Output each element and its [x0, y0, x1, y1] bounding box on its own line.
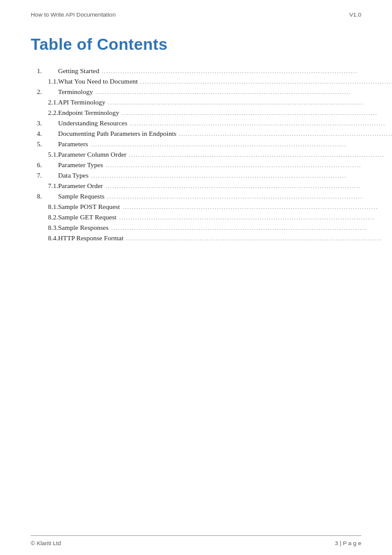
toc-num: 7.: [31, 170, 58, 180]
toc-dots: ........................................…: [138, 77, 392, 85]
toc-entry: Sample POST Request.....................…: [58, 201, 393, 211]
toc-num: 3.: [31, 117, 58, 128]
toc-label: Sample Responses: [58, 224, 109, 231]
toc-dots: ........................................…: [119, 109, 392, 116]
toc-row: 2.1.API Terminology.....................…: [31, 96, 392, 107]
header-left: How to Write API Documentation: [31, 11, 116, 18]
toc-entry: Parameter Order.........................…: [58, 180, 393, 191]
toc-dots: ........................................…: [120, 203, 392, 210]
toc-row: 8.3.Sample Responses....................…: [31, 222, 392, 232]
toc-entry: Sample GET Request......................…: [58, 211, 393, 222]
toc-entry: Sample Responses........................…: [58, 222, 393, 232]
toc-label: Getting Started: [58, 67, 100, 74]
toc-label: Data Types: [58, 171, 88, 179]
toc-row: 6.Parameter Types.......................…: [31, 159, 392, 170]
toc-num: 4.: [31, 128, 58, 138]
toc-dots: ........................................…: [105, 98, 392, 106]
toc-dots: ........................................…: [109, 224, 392, 231]
toc-entry: Endpoint Terminology....................…: [58, 107, 393, 117]
toc-dots: ........................................…: [127, 119, 392, 127]
toc-num: 8.: [31, 191, 58, 201]
header-right: V1.0: [349, 11, 361, 18]
toc-entry: Terminology.............................…: [58, 86, 393, 96]
toc-num: 2.2.: [31, 107, 58, 117]
toc-label: Terminology: [58, 88, 93, 95]
toc-dots: ........................................…: [99, 67, 392, 74]
toc-dots: ........................................…: [93, 88, 392, 95]
toc-num: 2.1.: [31, 96, 58, 107]
toc-label: Understanding Resources: [58, 119, 128, 127]
toc-row: 1.1.What You Need to Document...........…: [31, 76, 392, 86]
footer-page-number: 3 | P a g e: [335, 540, 361, 546]
toc-dots: ........................................…: [127, 151, 392, 158]
toc-num: 7.1.: [31, 180, 58, 191]
toc-entry: Parameter Types.........................…: [58, 159, 393, 170]
toc-dots: ........................................…: [176, 130, 392, 137]
toc-entry: API Terminology.........................…: [58, 96, 393, 107]
toc-entry: Understanding Resources.................…: [58, 117, 393, 128]
toc-label: Sample POST Request: [58, 203, 120, 210]
toc-entry: What You Need to Document...............…: [58, 76, 393, 86]
toc-entry: Documenting Path Parameters in Endpoints…: [58, 128, 393, 138]
toc-dots: ........................................…: [103, 182, 393, 189]
toc-row: 1.Getting Started.......................…: [31, 65, 392, 76]
toc-entry: Parameter Column Order..................…: [58, 149, 393, 159]
toc-table: 1.Getting Started.......................…: [31, 65, 392, 243]
toc-label: Endpoint Terminology: [58, 109, 120, 116]
toc-dots: ........................................…: [117, 213, 392, 221]
toc-dots: ........................................…: [103, 161, 392, 168]
toc-row: 4.Documenting Path Parameters in Endpoin…: [31, 128, 392, 138]
toc-label: What You Need to Document: [58, 77, 138, 85]
toc-row: 8.2.Sample GET Request..................…: [31, 211, 392, 222]
toc-title: Table of Contents: [31, 35, 361, 54]
toc-label: Parameters: [58, 140, 88, 148]
toc-num: 8.3.: [31, 222, 58, 232]
toc-num: 8.4.: [31, 232, 58, 243]
toc-row: 8.4.HTTP Response Format................…: [31, 232, 392, 243]
toc-dots: ........................................…: [88, 140, 392, 148]
toc-dots: ........................................…: [88, 171, 392, 179]
toc-dots: ........................................…: [123, 234, 392, 242]
toc-label: Parameter Column Order: [58, 151, 127, 158]
toc-row: 2.2.Endpoint Terminology................…: [31, 107, 392, 117]
toc-label: Parameter Types: [58, 161, 103, 168]
toc-num: 1.: [31, 65, 58, 76]
toc-row: 5.Parameters............................…: [31, 138, 392, 149]
page-footer: © Klariti Ltd 3 | P a g e: [0, 530, 392, 555]
toc-num: 1.1.: [31, 76, 58, 86]
toc-num: 8.2.: [31, 211, 58, 222]
toc-label: Sample GET Request: [58, 213, 117, 221]
page-header: How to Write API Documentation V1.0: [0, 0, 392, 23]
toc-row: 5.1.Parameter Column Order..............…: [31, 149, 392, 159]
toc-num: 8.1.: [31, 201, 58, 211]
toc-dots: ........................................…: [104, 192, 392, 200]
toc-entry: Getting Started.........................…: [58, 65, 393, 76]
toc-label: Sample Requests: [58, 192, 104, 200]
footer-divider: [31, 535, 361, 536]
toc-label: Parameter Order: [58, 182, 103, 189]
toc-num: 2.: [31, 86, 58, 96]
toc-num: 5.: [31, 138, 58, 149]
main-content: Table of Contents 1.Getting Started.....…: [0, 23, 392, 280]
footer-inner: © Klariti Ltd 3 | P a g e: [31, 540, 361, 546]
footer-copyright: © Klariti Ltd: [31, 540, 61, 546]
toc-row: 7.Data Types............................…: [31, 170, 392, 180]
toc-row: 3.Understanding Resources...............…: [31, 117, 392, 128]
toc-row: 2.Terminology...........................…: [31, 86, 392, 96]
toc-entry: Sample Requests.........................…: [58, 191, 393, 201]
toc-entry: HTTP Response Format....................…: [58, 232, 393, 243]
toc-label: Documenting Path Parameters in Endpoints: [58, 130, 176, 137]
toc-row: 8.Sample Requests.......................…: [31, 191, 392, 201]
toc-entry: Parameters..............................…: [58, 138, 393, 149]
toc-label: HTTP Response Format: [58, 234, 124, 242]
toc-row: 8.1.Sample POST Request.................…: [31, 201, 392, 211]
toc-row: 7.1.Parameter Order.....................…: [31, 180, 392, 191]
toc-num: 6.: [31, 159, 58, 170]
toc-entry: Data Types..............................…: [58, 170, 393, 180]
page: How to Write API Documentation V1.0 Tabl…: [0, 0, 392, 555]
toc-num: 5.1.: [31, 149, 58, 159]
toc-label: API Terminology: [58, 98, 106, 106]
